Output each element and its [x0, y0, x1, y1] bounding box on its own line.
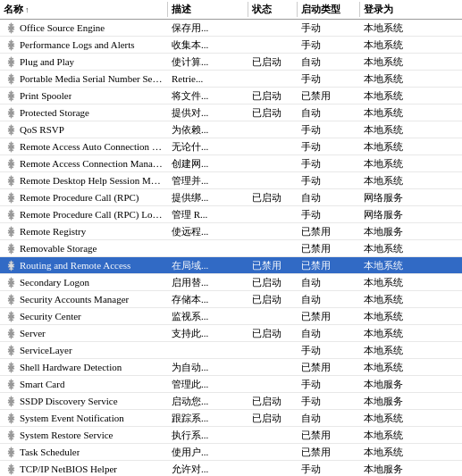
row-name-cell: Remote Access Auto Connection Manager: [0, 138, 168, 154]
table-row[interactable]: Smart Card 管理此... 手动 本地服务: [0, 376, 462, 393]
table-row[interactable]: System Restore Service 执行系... 已禁用 本地系统: [0, 427, 462, 444]
row-name-cell: Security Accounts Manager: [0, 291, 168, 307]
row-startup: 自动: [298, 411, 360, 426]
row-name-cell: Smart Card: [0, 376, 168, 392]
row-startup: 自动: [298, 275, 360, 290]
header-startup-label: 启动类型: [301, 4, 340, 14]
row-name-cell: Remote Procedure Call (RPC) Locator: [0, 206, 168, 222]
table-row[interactable]: SSDP Discovery Service 启动您... 已启动 手动 本地服…: [0, 393, 462, 410]
gear-icon: [4, 224, 18, 238]
row-name: QoS RSVP: [20, 123, 64, 137]
row-name: Plug and Play: [20, 55, 74, 69]
row-name-cell: TCP/IP NetBIOS Helper: [0, 461, 168, 476]
row-desc: 启用替...: [168, 275, 248, 290]
row-status: [248, 247, 298, 249]
row-status: 已启动: [248, 275, 298, 290]
table-row[interactable]: Secondary Logon 启用替... 已启动 自动 本地系统: [0, 274, 462, 291]
header-status[interactable]: 状态: [248, 2, 298, 17]
row-logon: 本地系统: [360, 411, 449, 426]
header-name[interactable]: 名称 ↑: [0, 2, 168, 17]
header-desc[interactable]: 描述: [168, 2, 248, 17]
table-row[interactable]: QoS RSVP 为依赖... 手动 本地系统: [0, 121, 462, 138]
row-status: [248, 434, 298, 436]
row-logon: 本地系统: [360, 156, 449, 171]
row-name: Portable Media Serial Number Service: [20, 72, 164, 86]
row-name-cell: ServiceLayer: [0, 342, 168, 358]
row-status: [248, 180, 298, 181]
row-name: Smart Card: [20, 378, 64, 391]
row-status: 已启动: [248, 54, 298, 70]
gear-icon: [4, 88, 18, 103]
row-name-cell: SSDP Discovery Service: [0, 393, 168, 409]
row-startup: 手动: [298, 21, 360, 36]
table-body: Office Source Engine 保存用... 手动 本地系统 Perf…: [0, 20, 462, 476]
gear-icon: [4, 207, 18, 221]
header-desc-label: 描述: [172, 4, 191, 14]
row-name: Print Spooler: [20, 89, 71, 103]
table-row[interactable]: Security Center 监视系... 已禁用 本地系统: [0, 308, 462, 325]
table-row[interactable]: Remote Registry 使远程... 已禁用 本地服务: [0, 223, 462, 240]
row-logon: 本地系统: [360, 88, 449, 104]
table-row[interactable]: Remote Access Connection Manager 创建网... …: [0, 155, 462, 172]
table-row[interactable]: Shell Hardware Detection 为自动... 已禁用 本地系统: [0, 359, 462, 376]
row-startup: 已禁用: [298, 360, 360, 375]
table-row[interactable]: Removable Storage 已禁用 本地系统: [0, 240, 462, 257]
row-startup: 已禁用: [298, 445, 360, 460]
row-logon: 本地系统: [360, 292, 449, 307]
header-startup[interactable]: 启动类型: [298, 2, 360, 17]
row-startup: 手动: [298, 394, 360, 409]
row-startup: 自动: [298, 54, 360, 70]
row-startup: 自动: [298, 292, 360, 307]
header-logon[interactable]: 登录为: [360, 2, 449, 17]
row-name-cell: Remote Registry: [0, 223, 168, 239]
row-startup: 已禁用: [298, 309, 360, 324]
gear-icon: [4, 54, 18, 69]
row-name: Task Scheduler: [20, 446, 80, 459]
row-name: System Restore Service: [20, 429, 113, 442]
gear-icon: [4, 343, 18, 357]
table-row[interactable]: Protected Storage 提供对... 已启动 自动 本地系统: [0, 104, 462, 121]
table-row[interactable]: System Event Notification 跟踪系... 已启动 自动 …: [0, 410, 462, 427]
row-desc: 将文件...: [168, 88, 248, 104]
table-row[interactable]: ServiceLayer 手动 本地系统: [0, 342, 462, 359]
row-name: Remote Procedure Call (RPC) Locator: [20, 208, 164, 221]
row-name-cell: Routing and Remote Access: [0, 257, 168, 273]
table-row[interactable]: Security Accounts Manager 存储本... 已启动 自动 …: [0, 291, 462, 308]
row-desc: 管理 R...: [168, 207, 248, 222]
table-row[interactable]: Portable Media Serial Number Service Ret…: [0, 71, 462, 88]
table-row[interactable]: Plug and Play 使计算... 已启动 自动 本地系统: [0, 54, 462, 71]
table-row[interactable]: TCP/IP NetBIOS Helper 允许对... 手动 本地服务: [0, 461, 462, 476]
row-startup: 手动: [298, 38, 360, 53]
table-row[interactable]: Routing and Remote Access 在局域... 已禁用 已禁用…: [0, 257, 462, 274]
row-desc: 启动您...: [168, 394, 248, 409]
row-desc: 支持此...: [168, 326, 248, 341]
gear-icon: [4, 241, 18, 255]
row-logon: 本地系统: [360, 54, 449, 70]
row-logon: 本地系统: [360, 360, 449, 375]
table-row[interactable]: Remote Access Auto Connection Manager 无论…: [0, 138, 462, 155]
sort-arrow-icon: ↑: [25, 5, 29, 14]
row-status: 已禁用: [248, 258, 298, 273]
gear-icon: [4, 309, 18, 323]
row-desc: 提供对...: [168, 105, 248, 121]
row-status: [248, 468, 298, 470]
table-row[interactable]: Task Scheduler 使用户... 已禁用 本地系统: [0, 444, 462, 461]
row-status: [248, 213, 298, 215]
table-row[interactable]: Office Source Engine 保存用... 手动 本地系统: [0, 20, 462, 37]
row-status: [248, 129, 298, 130]
table-row[interactable]: Print Spooler 将文件... 已启动 已禁用 本地系统: [0, 88, 462, 104]
row-status: [248, 315, 298, 317]
table-row[interactable]: Performance Logs and Alerts 收集本... 手动 本地…: [0, 37, 462, 54]
row-name: Remote Access Connection Manager: [20, 157, 164, 171]
row-desc: [168, 349, 248, 351]
row-name-cell: Remote Access Connection Manager: [0, 155, 168, 171]
table-row[interactable]: Server 支持此... 已启动 自动 本地系统: [0, 325, 462, 342]
row-startup: 手动: [298, 343, 360, 358]
table-row[interactable]: Remote Procedure Call (RPC) Locator 管理 R…: [0, 206, 462, 223]
row-desc: 无论什...: [168, 139, 248, 154]
gear-icon: [4, 173, 18, 188]
gear-icon: [4, 190, 18, 205]
table-row[interactable]: Remote Procedure Call (RPC) 提供绑... 已启动 自…: [0, 189, 462, 206]
gear-icon: [4, 462, 18, 476]
table-row[interactable]: Remote Desktop Help Session Manager 管理并.…: [0, 172, 462, 189]
